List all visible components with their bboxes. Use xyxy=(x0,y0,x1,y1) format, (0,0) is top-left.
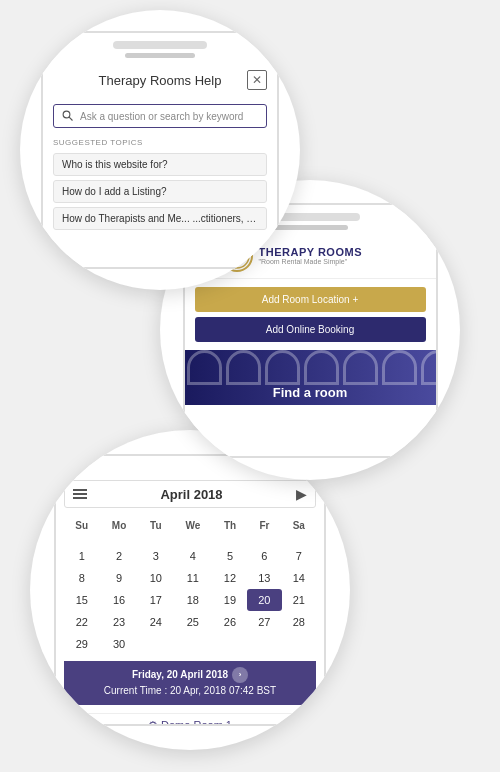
cal-hamburger-line-2 xyxy=(73,493,87,495)
cal-hamburger-line-3 xyxy=(73,497,87,499)
cal-day[interactable]: 2 xyxy=(100,545,139,567)
cal-header-th: Th xyxy=(213,516,247,535)
cal-day[interactable]: 3 xyxy=(139,545,173,567)
calendar-next-button[interactable]: ▶ xyxy=(296,486,307,502)
arch-2 xyxy=(226,350,261,385)
help-header: Therapy Rooms Help ✕ xyxy=(53,70,267,96)
cal-day xyxy=(282,633,316,655)
cal-header-tu: Tu xyxy=(139,516,173,535)
cal-day[interactable]: 12 xyxy=(213,567,247,589)
cal-day[interactable]: 23 xyxy=(100,611,139,633)
cal-day[interactable]: 10 xyxy=(139,567,173,589)
cal-hamburger-line-1 xyxy=(73,489,87,491)
arch-4 xyxy=(304,350,339,385)
cal-day[interactable]: 5 xyxy=(213,545,247,567)
cal-day[interactable]: 26 xyxy=(213,611,247,633)
cal-week-4: 15 16 17 18 19 20 21 xyxy=(64,589,316,611)
gear-icon: ⚙ xyxy=(148,719,158,726)
help-dialog: Therapy Rooms Help ✕ Ask a question or s… xyxy=(43,62,277,267)
cal-day[interactable]: 21 xyxy=(282,589,316,611)
cal-day[interactable]: 19 xyxy=(213,589,247,611)
footer-time-text: Current Time : 20 Apr, 2018 07:42 BST xyxy=(70,683,310,699)
help-title: Therapy Rooms Help xyxy=(73,73,247,88)
cal-day xyxy=(139,633,173,655)
site-banner: Find a room xyxy=(185,350,436,405)
cal-header-sa: Sa xyxy=(282,516,316,535)
cal-day[interactable]: 15 xyxy=(64,589,100,611)
svg-point-0 xyxy=(63,111,70,118)
cal-header-mo: Mo xyxy=(100,516,139,535)
cal-day[interactable]: 18 xyxy=(173,589,213,611)
topic-item-3[interactable]: How do Therapists and Me... ...ctitioner… xyxy=(53,207,267,230)
cal-header-we: We xyxy=(173,516,213,535)
cal-week-2: 1 2 3 4 5 6 7 xyxy=(64,545,316,567)
calendar-grid: Su Mo Tu We Th Fr Sa xyxy=(64,516,316,655)
suggested-topics-label: SUGGESTED TOPICS xyxy=(53,138,267,147)
search-placeholder: Ask a question or search by keyword xyxy=(80,111,243,122)
cal-day[interactable]: 7 xyxy=(282,545,316,567)
arch-6 xyxy=(382,350,417,385)
cal-day[interactable]: 16 xyxy=(100,589,139,611)
cal-day xyxy=(213,535,247,545)
search-box[interactable]: Ask a question or search by keyword xyxy=(53,104,267,128)
cal-day xyxy=(173,633,213,655)
cal-day[interactable]: 29 xyxy=(64,633,100,655)
cal-day[interactable]: 14 xyxy=(282,567,316,589)
arch-5 xyxy=(343,350,378,385)
cal-day[interactable]: 27 xyxy=(247,611,281,633)
add-booking-button[interactable]: Add Online Booking xyxy=(195,317,426,342)
cal-day[interactable]: 25 xyxy=(173,611,213,633)
cal-day[interactable]: 24 xyxy=(139,611,173,633)
cal-week-6: 29 30 xyxy=(64,633,316,655)
cal-day[interactable]: 11 xyxy=(173,567,213,589)
cal-day[interactable]: 8 xyxy=(64,567,100,589)
cal-day xyxy=(247,633,281,655)
cal-header-fr: Fr xyxy=(247,516,281,535)
svg-line-1 xyxy=(69,117,72,120)
arch-1 xyxy=(187,350,222,385)
cal-week-3: 8 9 10 11 12 13 14 xyxy=(64,567,316,589)
cal-day xyxy=(100,535,139,545)
cal-day xyxy=(282,535,316,545)
topic-item-2[interactable]: How do I add a Listing? xyxy=(53,180,267,203)
footer-chevron-icon[interactable]: › xyxy=(232,667,248,683)
cal-day xyxy=(139,535,173,545)
cal-day[interactable]: 22 xyxy=(64,611,100,633)
phone-speaker-1 xyxy=(125,53,195,58)
cal-day xyxy=(64,535,100,545)
cal-day[interactable]: 1 xyxy=(64,545,100,567)
demo-room-label[interactable]: Demo Room 1 xyxy=(161,719,232,726)
cal-hamburger-icon[interactable] xyxy=(73,489,87,499)
site-buttons: Add Room Location + Add Online Booking xyxy=(185,279,436,350)
arch-7 xyxy=(421,350,436,385)
cal-day[interactable]: 28 xyxy=(282,611,316,633)
cal-header-su: Su xyxy=(64,516,100,535)
calendar-container: April 2018 ▶ Su Mo Tu We Th Fr Sa xyxy=(56,472,324,713)
cal-day xyxy=(173,535,213,545)
phone-speaker-2 xyxy=(272,225,347,230)
calendar-footer-date: Friday, 20 April 2018 › xyxy=(70,667,310,683)
search-icon xyxy=(62,110,74,122)
cal-day[interactable]: 13 xyxy=(247,567,281,589)
close-button[interactable]: ✕ xyxy=(247,70,267,90)
cal-day[interactable]: 17 xyxy=(139,589,173,611)
cal-day-selected[interactable]: 20 xyxy=(247,589,281,611)
calendar-footer: Friday, 20 April 2018 › Current Time : 2… xyxy=(64,661,316,705)
phone-1: Therapy Rooms Help ✕ Ask a question or s… xyxy=(20,10,300,290)
arch-3 xyxy=(265,350,300,385)
cal-day xyxy=(247,535,281,545)
cal-day[interactable]: 9 xyxy=(100,567,139,589)
cal-day[interactable]: 6 xyxy=(247,545,281,567)
book-rooms-button[interactable]: ook Rooms xyxy=(185,405,436,423)
phone-notch-1 xyxy=(113,41,207,49)
cal-week-1 xyxy=(64,535,316,545)
add-room-button[interactable]: Add Room Location + xyxy=(195,287,426,312)
cal-day[interactable]: 30 xyxy=(100,633,139,655)
topic-item-1[interactable]: Who is this website for? xyxy=(53,153,267,176)
calendar-header: April 2018 ▶ xyxy=(64,480,316,508)
find-room-text: Find a room xyxy=(185,385,436,400)
cal-day xyxy=(213,633,247,655)
demo-room-link[interactable]: ⚙ Demo Room 1 xyxy=(56,713,324,726)
calendar-month-year: April 2018 xyxy=(160,487,222,502)
cal-day[interactable]: 4 xyxy=(173,545,213,567)
